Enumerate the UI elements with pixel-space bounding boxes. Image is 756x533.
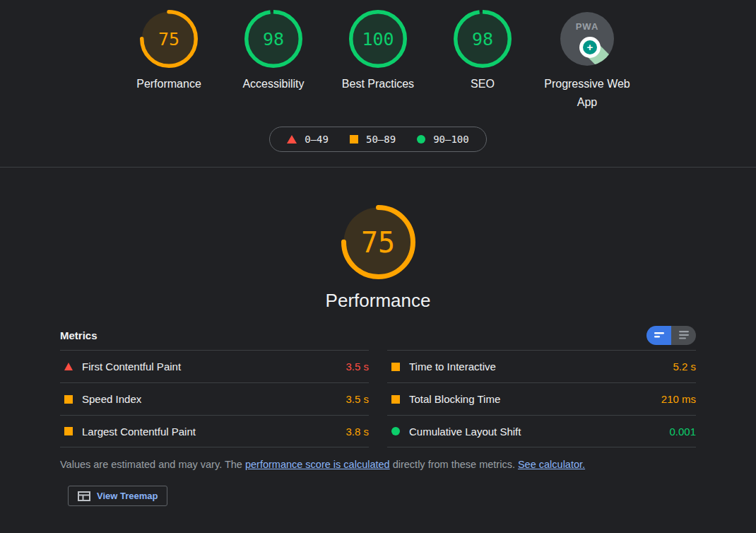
metric-value: 210 ms [661,393,696,405]
score-calculation-link[interactable]: performance score is calculated [245,459,390,470]
disclaimer-text: directly from these metrics. [390,459,518,470]
pwa-badge-icon: + PWA [560,12,614,66]
metric-name: First Contentful Paint [82,361,345,373]
metric-row-speed-index: Speed Index 3.5 s [60,382,369,415]
gauge-score: 100 [349,10,407,68]
metrics-expanded-view-button[interactable] [671,326,696,345]
category-label: Best Practices [342,75,414,112]
category-gauge: 75 [140,10,198,68]
metrics-grid: First Contentful Paint 3.5 s Speed Index… [60,350,696,447]
legend-range-label: 90–100 [433,134,469,145]
expanded-view-icon [678,330,690,340]
treemap-icon [78,491,90,501]
view-treemap-label: View Treemap [97,491,158,501]
metric-value: 3.5 s [345,361,369,373]
metric-rating-icon [64,427,73,435]
legend-item-square: 50–89 [350,134,396,145]
summary-section-title: Performance [0,288,756,312]
category-score-performance[interactable]: 75 Performance [117,10,221,112]
metric-name: Total Blocking Time [409,393,661,405]
legend-range-label: 0–49 [305,134,329,145]
metrics-view-toggle[interactable] [646,326,696,345]
category-label: Accessibility [242,75,304,112]
category-label: Progressive Web App [543,75,631,112]
category-score-seo[interactable]: 98 SEO [430,10,535,112]
metrics-disclaimer: Values are estimated and may vary. The p… [60,459,696,470]
metric-value: 0.001 [669,426,696,438]
condensed-view-icon [654,332,665,339]
legend-item-triangle: 0–49 [287,134,329,145]
category-scores-row: 75 Performance 98 Accessibility 100 Best… [0,10,756,112]
view-treemap-button[interactable]: View Treemap [68,486,167,506]
performance-summary-gauge[interactable]: 75 [341,205,415,279]
metrics-title: Metrics [60,329,98,341]
metric-name: Cumulative Layout Shift [409,426,669,438]
category-gauge: 100 [349,10,407,68]
legend-range-label: 50–89 [366,134,396,145]
metric-name: Speed Index [82,393,345,405]
summary-gauge-score: 75 [341,205,415,279]
performance-summary-section: 75 Performance [0,168,756,312]
category-gauge: 98 [244,10,302,68]
category-score-best-practices[interactable]: 100 Best Practices [326,10,430,112]
metrics-header: Metrics [60,324,696,346]
metric-name: Largest Contentful Paint [82,426,345,438]
metric-row-first-contentful-paint: First Contentful Paint 3.5 s [60,350,369,382]
metric-rating-icon [391,363,400,371]
metric-rating-icon [64,363,73,370]
see-calculator-link[interactable]: See calculator. [518,459,585,470]
gauge-score: 75 [140,10,198,68]
metric-row-time-to-interactive: Time to Interactive 5.2 s [387,350,696,382]
scores-header-section: 75 Performance 98 Accessibility 100 Best… [0,0,756,168]
category-score-accessibility[interactable]: 98 Accessibility [221,10,326,112]
score-legend-row: 0–49 50–89 90–100 [0,127,756,167]
metrics-section: Metrics First Contentful Paint 3.5 s Spe… [60,324,696,506]
metric-row-total-blocking-time: Total Blocking Time 210 ms [387,382,696,415]
metric-value: 3.5 s [345,393,369,405]
category-label: Performance [136,75,201,112]
gauge-score: 98 [244,10,302,68]
gauge-score: 98 [454,10,512,68]
metric-rating-icon [391,395,400,404]
metric-row-largest-contentful-paint: Largest Contentful Paint 3.8 s [60,415,369,447]
category-label: SEO [471,75,495,112]
legend-item-circle: 90–100 [417,134,469,145]
metric-rating-icon [64,395,73,404]
legend-circle-icon [417,135,425,144]
disclaimer-text: Values are estimated and may vary. The [60,459,245,470]
metric-rating-icon [391,427,400,435]
metric-value: 5.2 s [673,361,696,373]
metric-name: Time to Interactive [409,361,673,373]
pwa-badge-text: PWA [560,21,614,32]
pwa-installable-icon: + [579,37,601,58]
legend-triangle-icon [287,135,297,144]
metrics-condensed-view-button[interactable] [646,326,671,345]
score-scale-legend: 0–49 50–89 90–100 [269,127,486,152]
metric-row-cumulative-layout-shift: Cumulative Layout Shift 0.001 [387,415,696,447]
category-score-progressive-web-app[interactable]: + PWA Progressive Web App [535,10,639,112]
category-gauge: 98 [454,10,512,68]
legend-square-icon [350,135,358,144]
metric-value: 3.8 s [345,426,369,438]
